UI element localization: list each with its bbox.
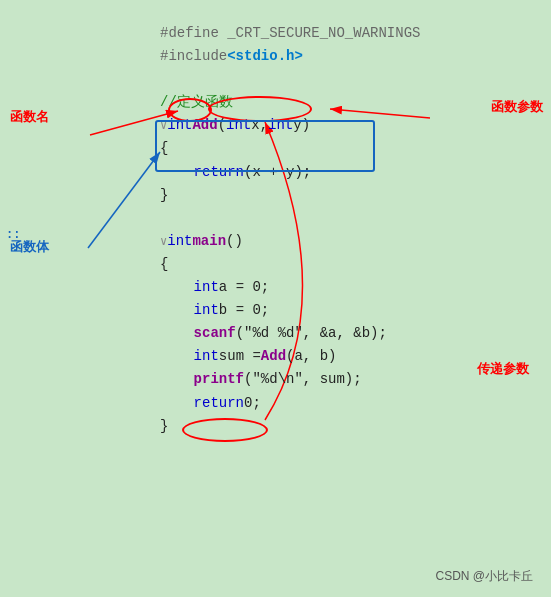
- indent1: [160, 276, 194, 299]
- int-kw-b: int: [194, 299, 219, 322]
- annotation-function-params: 函数参数: [491, 98, 543, 116]
- include-file: <stdio.h>: [227, 45, 303, 68]
- define-text: #define _CRT_SECURE_NO_WARNINGS: [160, 22, 420, 45]
- add-func-name: Add: [192, 114, 217, 137]
- return-zero: 0;: [244, 392, 261, 415]
- indent3: [160, 322, 194, 345]
- func-open-paren: (: [218, 114, 226, 137]
- code-line-int-a: int a = 0;: [160, 276, 533, 299]
- scanf-args: ("%d %d", &a, &b);: [236, 322, 387, 345]
- close-brace-main: }: [160, 415, 168, 438]
- code-line-brace-close1: }: [160, 184, 533, 207]
- annotation-function-name: 函数名: [10, 108, 49, 126]
- code-line-define: #define _CRT_SECURE_NO_WARNINGS: [160, 22, 533, 45]
- watermark: CSDN @小比卡丘: [435, 568, 533, 585]
- dots-icon: ::: [6, 228, 20, 242]
- code-line-int-b: int b = 0;: [160, 299, 533, 322]
- printf-args: ("%d\n", sum);: [244, 368, 362, 391]
- collapse-chevron3: ∨: [160, 233, 167, 253]
- include-keyword: #include: [160, 45, 227, 68]
- return-indent: [160, 161, 194, 184]
- collapse-chevron2: ∨: [160, 117, 167, 137]
- indent4: [160, 345, 194, 368]
- code-line-return: return (x + y);: [160, 161, 533, 184]
- code-line-include: #include <stdio.h>: [160, 45, 533, 68]
- close-brace-1: }: [160, 184, 168, 207]
- scanf-func: scanf: [194, 322, 236, 345]
- open-brace-1: {: [160, 137, 168, 160]
- b-decl: b = 0;: [219, 299, 269, 322]
- int-keyword-3: int: [268, 114, 293, 137]
- annotation-pass-params: 传递参数: [477, 360, 529, 378]
- int-keyword-1: int: [167, 114, 192, 137]
- comment-text: //定义函数: [160, 91, 233, 114]
- code-line-main-close: }: [160, 415, 533, 438]
- code-line-blank1: [160, 68, 533, 91]
- indent6: [160, 392, 194, 415]
- indent5: [160, 368, 194, 391]
- main-func-name: main: [192, 230, 226, 253]
- code-line-return0: return 0;: [160, 392, 533, 415]
- svg-line-5: [88, 152, 160, 248]
- return-expr: (x + y);: [244, 161, 311, 184]
- int-kw-sum: int: [194, 345, 219, 368]
- main-container: #define _CRT_SECURE_NO_WARNINGS #include…: [0, 0, 551, 597]
- open-brace-main: {: [160, 253, 168, 276]
- code-line-blank2: [160, 207, 533, 230]
- main-parens: (): [226, 230, 243, 253]
- printf-func: printf: [194, 368, 244, 391]
- param-y: y): [293, 114, 310, 137]
- return-keyword: return: [194, 161, 244, 184]
- code-line-scanf: scanf("%d %d", &a, &b);: [160, 322, 533, 345]
- sum-decl: sum =: [219, 345, 261, 368]
- code-line-comment: //定义函数: [160, 91, 533, 114]
- indent2: [160, 299, 194, 322]
- add-call: Add: [261, 345, 286, 368]
- return-kw-main: return: [194, 392, 244, 415]
- param-x: x,: [251, 114, 268, 137]
- code-line-main-brace-open: {: [160, 253, 533, 276]
- add-call-args: (a, b): [286, 345, 336, 368]
- code-line-func-def: ∨ int Add(int x, int y): [160, 114, 533, 137]
- int-kw-a: int: [194, 276, 219, 299]
- code-line-brace-open: {: [160, 137, 533, 160]
- int-keyword-2: int: [226, 114, 251, 137]
- code-line-main: ∨ int main(): [160, 230, 533, 253]
- a-decl: a = 0;: [219, 276, 269, 299]
- int-keyword-main: int: [167, 230, 192, 253]
